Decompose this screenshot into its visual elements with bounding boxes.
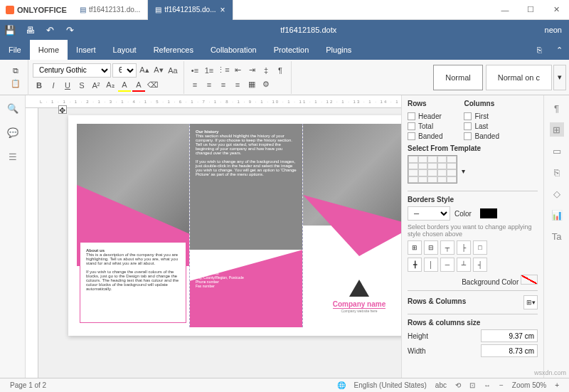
chevron-down-icon[interactable]: ▾ <box>462 167 465 175</box>
border-bottom-icon[interactable]: ┴ <box>457 258 471 272</box>
para-settings-icon[interactable]: ⚙ <box>260 78 272 91</box>
undo-icon[interactable]: ↶ <box>40 20 60 40</box>
multilevel-icon[interactable]: ⋮≡ <box>217 64 230 77</box>
change-case-icon[interactable]: Aa <box>166 64 179 77</box>
height-input[interactable] <box>481 329 538 342</box>
italic-icon[interactable]: I <box>47 79 60 92</box>
save-icon[interactable]: 💾 <box>0 20 20 40</box>
align-justify-icon[interactable]: ≡ <box>231 78 244 91</box>
menu-plugins[interactable]: Plugins <box>317 40 360 60</box>
menu-file[interactable]: File <box>0 40 30 60</box>
superscript-icon[interactable]: A² <box>90 79 102 92</box>
menu-home[interactable]: Home <box>30 40 68 60</box>
increase-size-icon[interactable]: A▴ <box>138 64 151 77</box>
page[interactable]: ✥ About us This is a description of the … <box>68 115 401 336</box>
redo-icon[interactable]: ↷ <box>60 20 80 40</box>
document-tab-active[interactable]: ▤ tf16412185.do... × <box>148 0 233 20</box>
collapse-ribbon-icon[interactable]: ⌃ <box>549 40 569 60</box>
strike-icon[interactable]: S <box>75 79 88 92</box>
border-top-icon[interactable]: ┬ <box>440 240 454 255</box>
line-spacing-icon[interactable]: ‡ <box>260 64 272 77</box>
copy-icon[interactable]: ⧉ <box>9 65 22 78</box>
align-left-icon[interactable]: ≡ <box>188 78 201 91</box>
align-right-icon[interactable]: ≡ <box>217 78 230 91</box>
highlight-icon[interactable]: A <box>118 79 131 92</box>
brochure-table[interactable]: About us This is a description of the co… <box>77 124 401 327</box>
first-checkbox[interactable]: First <box>464 112 499 120</box>
border-all-icon[interactable]: ⊟ <box>424 240 438 255</box>
header-checkbox[interactable]: Header <box>408 112 442 120</box>
header-settings-icon[interactable]: ⎘ <box>550 165 564 179</box>
border-innerv-icon[interactable]: │ <box>424 258 438 272</box>
image-settings-icon[interactable]: ▭ <box>550 144 564 158</box>
headings-icon[interactable]: ☰ <box>6 149 20 164</box>
page-indicator[interactable]: Page 1 of 2 <box>10 381 46 389</box>
border-width-select[interactable]: ─ <box>408 206 450 221</box>
menu-insert[interactable]: Insert <box>68 40 105 60</box>
subscript-icon[interactable]: A₂ <box>104 79 117 92</box>
close-button[interactable]: ✕ <box>543 0 569 20</box>
style-normal-on[interactable]: Normal on c <box>486 65 552 90</box>
menu-layout[interactable]: Layout <box>105 40 145 60</box>
border-color-swatch[interactable] <box>480 208 497 218</box>
table-settings-icon[interactable]: ⊞ <box>550 122 564 137</box>
close-icon[interactable]: × <box>220 5 225 15</box>
paste-icon[interactable]: 📋 <box>9 78 22 90</box>
last-checkbox[interactable]: Last <box>464 122 499 130</box>
user-label[interactable]: neon <box>538 26 569 34</box>
bg-color-swatch[interactable] <box>521 275 538 285</box>
shading-icon[interactable]: ▦ <box>245 78 258 91</box>
open-location-icon[interactable]: ⎘ <box>529 40 549 60</box>
fit-page-icon[interactable]: ⊡ <box>469 381 475 389</box>
document-tab[interactable]: ▤ tf16412131.do... <box>73 0 148 20</box>
template-preview[interactable] <box>408 155 457 184</box>
language-select[interactable]: English (United States) <box>354 381 427 389</box>
zoom-label[interactable]: Zoom 50% <box>512 381 546 389</box>
menu-protection[interactable]: Protection <box>265 40 318 60</box>
ruler-horizontal[interactable]: L · 1 · 1 · 1 · 2 · 1 · 3 · 1 · 4 · 1 · … <box>26 95 401 108</box>
border-inner-icon[interactable]: ╋ <box>408 258 422 272</box>
banded-rows-checkbox[interactable]: Banded <box>408 132 442 140</box>
menu-collaboration[interactable]: Collaboration <box>202 40 265 60</box>
globe-icon[interactable]: 🌐 <box>337 381 346 389</box>
search-icon[interactable]: 🔍 <box>6 101 20 115</box>
font-size-select[interactable]: 6 <box>112 63 137 78</box>
minimize-button[interactable]: — <box>492 0 518 20</box>
clear-style-icon[interactable]: ⌫ <box>147 79 159 92</box>
style-normal[interactable]: Normal <box>433 65 482 90</box>
chart-settings-icon[interactable]: 📊 <box>550 208 564 222</box>
ruler-vertical[interactable] <box>26 108 38 378</box>
underline-icon[interactable]: U <box>61 79 74 92</box>
border-none-icon[interactable]: □ <box>473 240 487 255</box>
zoom-in-icon[interactable]: + <box>555 381 559 389</box>
rc-menu-icon[interactable]: ⊞▾ <box>523 295 538 309</box>
numbering-icon[interactable]: 1≡ <box>203 64 216 77</box>
width-input[interactable] <box>481 344 538 357</box>
styles-dropdown-icon[interactable]: ▾ <box>553 65 566 90</box>
track-changes-icon[interactable]: ⟲ <box>455 381 461 389</box>
indent-dec-icon[interactable]: ⇤ <box>231 64 244 77</box>
maximize-button[interactable]: ☐ <box>518 0 543 20</box>
paragraph-settings-icon[interactable]: ¶ <box>550 101 564 115</box>
fit-width-icon[interactable]: ↔ <box>484 381 491 389</box>
bullets-icon[interactable]: •≡ <box>188 64 201 77</box>
align-center-icon[interactable]: ≡ <box>203 78 216 91</box>
border-left-icon[interactable]: ├ <box>457 240 471 255</box>
border-innerh-icon[interactable]: ─ <box>440 258 454 272</box>
bold-icon[interactable]: B <box>33 79 46 92</box>
textart-settings-icon[interactable]: Ta <box>550 229 564 243</box>
indent-inc-icon[interactable]: ⇥ <box>245 64 258 77</box>
shape-settings-icon[interactable]: ◇ <box>550 186 564 201</box>
border-outer-icon[interactable]: ⊞ <box>408 240 422 255</box>
nonprinting-icon[interactable]: ¶ <box>274 64 287 77</box>
total-checkbox[interactable]: Total <box>408 122 442 130</box>
decrease-size-icon[interactable]: A▾ <box>152 64 165 77</box>
border-right-icon[interactable]: ┤ <box>473 258 487 272</box>
zoom-out-icon[interactable]: − <box>499 381 504 389</box>
comments-icon[interactable]: 💬 <box>6 125 20 139</box>
print-icon[interactable]: 🖶 <box>20 20 40 40</box>
spellcheck-icon[interactable]: abc <box>435 381 447 389</box>
font-family-select[interactable]: Century Gothic <box>33 63 111 78</box>
banded-cols-checkbox[interactable]: Banded <box>464 132 499 140</box>
table-handle-icon[interactable]: ✥ <box>58 105 67 114</box>
